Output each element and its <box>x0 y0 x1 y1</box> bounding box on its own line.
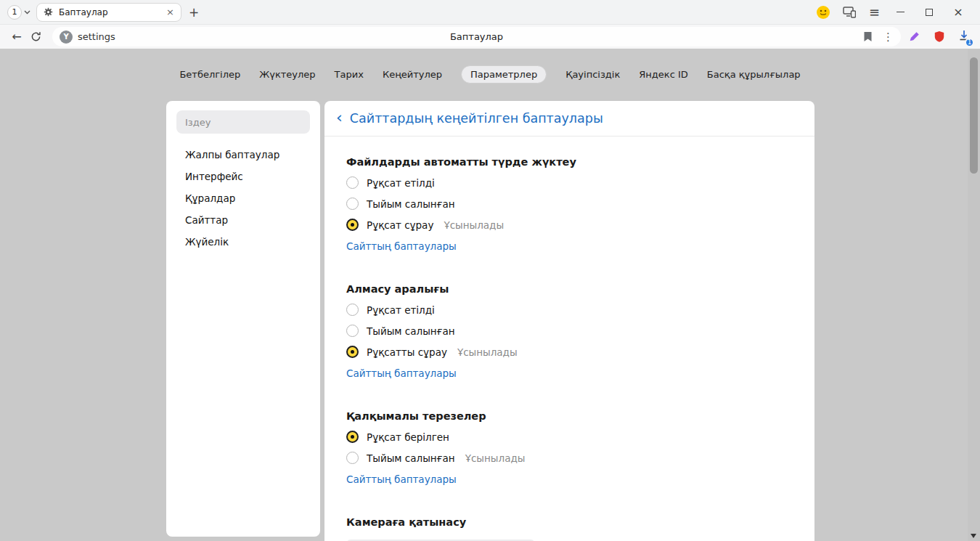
section-clipboard: Алмасу аралығы Рұқсат етілді Тыйым салын… <box>346 278 793 383</box>
sidebar-item-general[interactable]: Жалпы баптаулар <box>166 144 320 166</box>
radio-icon[interactable] <box>346 304 359 316</box>
radio-icon[interactable] <box>346 325 359 337</box>
tab-counter-badge[interactable]: 1 <box>7 5 22 20</box>
tab-title: Баптаулар <box>59 7 160 17</box>
tab-other-devices[interactable]: Басқа құрылғылар <box>707 65 801 84</box>
mood-smiley-icon[interactable] <box>817 6 830 19</box>
panel-back-icon[interactable]: ‹ <box>336 110 343 126</box>
section-popups: Қалқымалы терезелер Рұқсат берілген Тыйы… <box>346 405 793 489</box>
tab-security[interactable]: Қауіпсіздік <box>565 65 620 84</box>
search-input[interactable] <box>185 117 301 128</box>
reload-button[interactable] <box>26 28 45 46</box>
gear-icon <box>44 7 53 17</box>
tab-extensions[interactable]: Кеңейтулер <box>383 65 442 84</box>
omnibox-more-icon[interactable]: ⋮ <box>883 30 894 44</box>
edit-pen-icon[interactable] <box>908 30 920 43</box>
radio-icon[interactable] <box>346 452 359 464</box>
settings-nav-tabs: Бетбелгілер Жүктеулер Тарих Кеңейтулер П… <box>0 49 980 84</box>
back-button[interactable]: ← <box>7 28 26 46</box>
tab-settings[interactable]: Параметрлер <box>461 65 547 84</box>
chevron-down-icon <box>24 10 30 15</box>
panel-header: ‹ Сайттардың кеңейтілген баптаулары <box>324 101 814 137</box>
site-chip[interactable]: Y settings <box>60 30 115 44</box>
radio-icon[interactable] <box>346 176 359 189</box>
tab-downloads[interactable]: Жүктеулер <box>259 65 315 84</box>
radio-option-blocked[interactable]: Тыйым салынған Ұсынылады <box>346 447 793 468</box>
page-scrollbar[interactable] <box>968 49 980 541</box>
radio-icon[interactable] <box>346 431 359 443</box>
protect-shield-icon[interactable] <box>934 30 945 43</box>
settings-sidebar: Жалпы баптаулар Интерфейс Құралдар Сайтт… <box>166 101 320 537</box>
tab-bar: 1 Баптаулар × + ≡ × <box>0 0 980 25</box>
radio-option-blocked[interactable]: Тыйым салынған <box>346 193 793 214</box>
downloads-button[interactable]: 1 <box>958 30 970 44</box>
omnibox[interactable]: Y settings Баптаулар ⋮ <box>52 27 901 46</box>
section-camera: Камераға қатынасу cv9734_azurewave_camer… <box>346 511 793 541</box>
bookmark-flag-icon[interactable] <box>863 31 873 42</box>
downloads-badge: 1 <box>965 38 974 47</box>
address-toolbar: ← Y settings Баптаулар ⋮ 1 <box>0 25 980 49</box>
sidebar-item-sites[interactable]: Сайттар <box>166 209 320 231</box>
section-auto-download: Файлдарды автоматты түрде жүктеу Рұқсат … <box>346 151 793 256</box>
sidebar-item-system[interactable]: Жүйелік <box>166 231 320 253</box>
browser-window: 1 Баптаулар × + ≡ × ← Y <box>0 0 980 541</box>
scrollbar-thumb[interactable] <box>970 57 978 174</box>
radio-option-ask[interactable]: Рұқсат сұрау Ұсынылады <box>346 214 793 235</box>
section-heading: Файлдарды автоматты түрде жүктеу <box>346 156 576 168</box>
sidebar-item-tools[interactable]: Құралдар <box>166 187 320 209</box>
url-text[interactable]: settings <box>78 31 115 42</box>
window-close-button[interactable]: × <box>944 1 973 23</box>
tab-yandex-id[interactable]: Яндекс ID <box>639 65 688 84</box>
tab-history[interactable]: Тарих <box>335 65 364 84</box>
site-settings-link[interactable]: Сайттың баптаулары <box>346 473 457 485</box>
page-title: Сайттардың кеңейтілген баптаулары <box>350 111 603 126</box>
radio-option-allowed[interactable]: Рұқсат берілген <box>346 426 793 447</box>
radio-option-ask[interactable]: Рұқсатты сұрау Ұсынылады <box>346 341 793 362</box>
sidebar-search-box[interactable] <box>176 110 310 134</box>
site-settings-link[interactable]: Сайттың баптаулары <box>346 240 457 252</box>
window-minimize-button[interactable] <box>886 1 915 23</box>
tab-close-icon[interactable]: × <box>166 7 174 17</box>
radio-option-allowed[interactable]: Рұқсат етілді <box>346 299 793 320</box>
tab-groups-button[interactable]: 1 <box>7 5 30 20</box>
scrollbar-down-arrow[interactable] <box>971 534 976 538</box>
new-tab-button[interactable]: + <box>189 5 199 20</box>
site-favicon-icon: Y <box>60 30 73 44</box>
radio-icon[interactable] <box>346 346 359 358</box>
section-heading: Алмасу аралығы <box>346 283 449 295</box>
site-settings-link[interactable]: Сайттың баптаулары <box>346 367 457 379</box>
devices-sync-icon[interactable] <box>843 7 856 18</box>
section-heading: Қалқымалы терезелер <box>346 410 486 422</box>
settings-page: Бетбелгілер Жүктеулер Тарих Кеңейтулер П… <box>0 49 980 541</box>
radio-option-allowed[interactable]: Рұқсат етілді <box>346 172 793 193</box>
hamburger-menu-icon[interactable]: ≡ <box>869 6 880 19</box>
sidebar-item-interface[interactable]: Интерфейс <box>166 166 320 187</box>
omnibox-page-title: Баптаулар <box>52 31 901 42</box>
reload-icon <box>30 31 41 42</box>
browser-tab-settings[interactable]: Баптаулар × <box>36 3 181 22</box>
radio-option-blocked[interactable]: Тыйым салынған <box>346 320 793 341</box>
window-maximize-button[interactable] <box>915 1 944 23</box>
tab-bookmarks[interactable]: Бетбелгілер <box>179 65 240 84</box>
window-controls: × <box>886 1 973 23</box>
radio-icon[interactable] <box>346 198 359 210</box>
radio-icon[interactable] <box>346 219 359 231</box>
settings-panel: ‹ Сайттардың кеңейтілген баптаулары Файл… <box>324 101 814 541</box>
section-heading: Камераға қатынасу <box>346 516 466 528</box>
